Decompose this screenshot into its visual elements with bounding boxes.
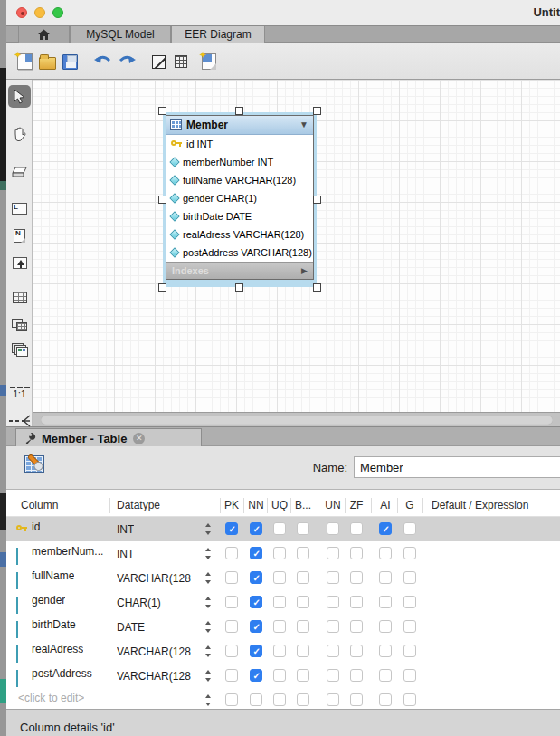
- un-checkbox[interactable]: [327, 645, 339, 657]
- tool-new-note[interactable]: N: [8, 225, 31, 247]
- g-checkbox[interactable]: [403, 596, 416, 608]
- diagram-column-row[interactable]: realAdress VARCHAR(128): [166, 225, 313, 244]
- diagram-column-row[interactable]: id INT: [166, 135, 313, 153]
- ai-checkbox[interactable]: [379, 522, 392, 535]
- datatype-stepper[interactable]: [204, 572, 213, 584]
- selection-handle-mid-right[interactable]: [313, 196, 321, 204]
- diagram-table-header[interactable]: Member ▼: [166, 116, 313, 135]
- binary-checkbox[interactable]: [297, 547, 309, 559]
- expand-arrow-icon[interactable]: ▶: [301, 266, 308, 275]
- zf-checkbox[interactable]: [350, 693, 363, 706]
- nn-checkbox[interactable]: [250, 571, 262, 584]
- datatype-stepper[interactable]: [204, 597, 213, 608]
- un-checkbox[interactable]: [327, 693, 339, 706]
- g-checkbox[interactable]: [403, 669, 416, 682]
- zf-checkbox[interactable]: [350, 620, 363, 633]
- binary-checkbox[interactable]: [297, 693, 309, 706]
- datatype-stepper[interactable]: [204, 523, 213, 535]
- tab-mysql-model[interactable]: MySQL Model: [70, 26, 171, 43]
- column-editor-row[interactable]: postAddress VARCHAR(128: [6, 664, 560, 688]
- g-checkbox[interactable]: [403, 571, 416, 584]
- zf-checkbox[interactable]: [350, 547, 363, 559]
- zf-checkbox[interactable]: [350, 522, 363, 535]
- column-editor-row[interactable]: memberNum... INT: [6, 541, 560, 566]
- un-checkbox[interactable]: [327, 571, 339, 584]
- datatype-stepper[interactable]: [204, 645, 213, 657]
- ai-checkbox[interactable]: [379, 693, 392, 706]
- binary-checkbox[interactable]: [297, 571, 309, 584]
- table-name-input[interactable]: [354, 456, 560, 478]
- zf-checkbox[interactable]: [350, 669, 363, 682]
- nn-checkbox[interactable]: [250, 645, 262, 657]
- g-checkbox[interactable]: [403, 547, 416, 559]
- column-name-cell[interactable]: fullName: [32, 569, 74, 582]
- column-name-cell[interactable]: realAdress: [32, 643, 83, 655]
- ai-checkbox[interactable]: [379, 596, 392, 608]
- zf-checkbox[interactable]: [350, 645, 363, 657]
- column-datatype-cell[interactable]: DATE: [117, 621, 145, 634]
- column-name-cell[interactable]: gender: [32, 594, 65, 607]
- column-name-cell[interactable]: postAddress: [32, 667, 92, 680]
- g-checkbox[interactable]: [403, 645, 416, 657]
- new-diagram-button[interactable]: ✦: [198, 51, 220, 72]
- collapse-triangle-icon[interactable]: ▼: [299, 119, 308, 129]
- selection-handle-bottom-center[interactable]: [235, 283, 243, 292]
- nn-checkbox[interactable]: [250, 669, 262, 682]
- un-checkbox[interactable]: [327, 522, 339, 535]
- selection-handle-top-left[interactable]: [158, 107, 166, 115]
- uq-checkbox[interactable]: [273, 645, 286, 657]
- datatype-stepper[interactable]: [204, 621, 213, 633]
- tab-eer-diagram[interactable]: EER Diagram: [171, 26, 265, 43]
- binary-checkbox[interactable]: [297, 645, 309, 657]
- selection-handle-top-center[interactable]: [235, 107, 243, 115]
- datatype-stepper[interactable]: [204, 694, 213, 706]
- selection-handle-bottom-left[interactable]: [158, 283, 166, 292]
- tool-rel-1-1[interactable]: 1:1: [8, 381, 31, 404]
- tab-member-table-editor[interactable]: Member - Table ✕: [15, 428, 202, 447]
- nn-checkbox[interactable]: [250, 596, 262, 608]
- uq-checkbox[interactable]: [273, 547, 286, 559]
- diagram-column-row[interactable]: postAddress VARCHAR(128): [166, 244, 313, 262]
- tool-select[interactable]: [8, 85, 31, 108]
- pk-checkbox[interactable]: [225, 620, 238, 633]
- ai-checkbox[interactable]: [379, 620, 392, 633]
- pk-checkbox[interactable]: [225, 645, 238, 657]
- tool-new-view[interactable]: [8, 313, 31, 336]
- selection-handle-top-right[interactable]: [313, 107, 321, 115]
- minimize-window-button[interactable]: [34, 7, 45, 18]
- g-checkbox[interactable]: [403, 620, 416, 633]
- nn-checkbox[interactable]: [250, 620, 262, 633]
- column-editor-row[interactable]: birthDate DATE: [6, 615, 560, 639]
- uq-checkbox[interactable]: [273, 669, 286, 682]
- redo-button[interactable]: [116, 51, 138, 72]
- datatype-stepper[interactable]: [204, 548, 213, 559]
- column-datatype-cell[interactable]: INT: [117, 548, 134, 560]
- tool-new-image[interactable]: [8, 252, 31, 274]
- zoom-window-button[interactable]: [52, 7, 63, 18]
- binary-checkbox[interactable]: [297, 596, 309, 608]
- canvas-hscrollbar-thumb[interactable]: [41, 416, 553, 425]
- undo-button[interactable]: [92, 51, 114, 72]
- pk-checkbox[interactable]: [225, 571, 238, 584]
- column-datatype-cell[interactable]: INT: [117, 523, 134, 536]
- g-checkbox[interactable]: [403, 522, 416, 535]
- eer-canvas[interactable]: Member ▼ id INT memberNumber INT fullNam…: [33, 80, 560, 412]
- nn-checkbox[interactable]: [250, 547, 262, 559]
- zf-checkbox[interactable]: [350, 571, 363, 584]
- column-datatype-cell[interactable]: VARCHAR(128: [117, 645, 191, 658]
- datatype-stepper[interactable]: [204, 670, 213, 682]
- diagram-indexes-section[interactable]: Indexes ▶: [166, 262, 313, 279]
- pk-checkbox[interactable]: [225, 693, 238, 706]
- new-model-button[interactable]: ✦: [14, 51, 35, 72]
- open-model-button[interactable]: [36, 51, 58, 72]
- un-checkbox[interactable]: [327, 669, 339, 682]
- column-name-cell[interactable]: id: [32, 521, 40, 533]
- tool-hand-pan[interactable]: [8, 123, 31, 146]
- tool-eraser[interactable]: [8, 161, 31, 184]
- un-checkbox[interactable]: [327, 620, 339, 633]
- uq-checkbox[interactable]: [273, 620, 286, 633]
- tab-home[interactable]: [18, 26, 70, 43]
- column-editor-row[interactable]: gender CHAR(1): [6, 590, 560, 615]
- pk-checkbox[interactable]: [225, 669, 238, 682]
- column-datatype-cell[interactable]: VARCHAR(128: [117, 572, 191, 585]
